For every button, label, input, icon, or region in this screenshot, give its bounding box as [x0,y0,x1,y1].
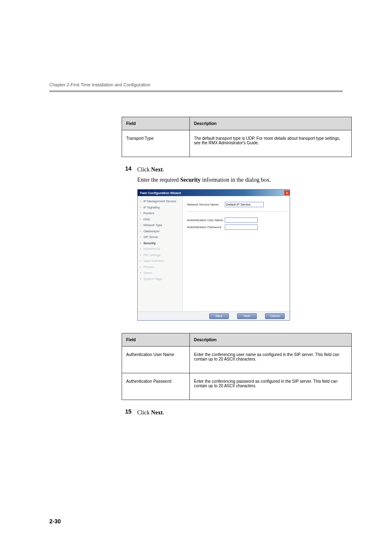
chapter-header: Chapter 2-First Time Installation and Co… [49,82,343,87]
cell-field: Authentication User Name [122,347,190,373]
page-number: 2-30 [49,518,61,525]
cell-description: Enter the conferencing password as confi… [190,373,352,400]
auth-password-input[interactable] [225,224,258,230]
network-service-name-row: Network Service Name: [187,202,286,207]
cell-description: The default transport type is UDP. For m… [190,130,352,157]
step-15: 15 Click Next. [122,408,343,417]
text: . [163,166,164,173]
th-field: Field [122,333,190,347]
table-row: Authentication User Name Enter the confe… [122,347,352,373]
network-service-name-input[interactable] [225,202,264,207]
cell-field: Authentication Password [122,373,190,400]
next-button[interactable]: Next [237,313,257,319]
wizard-step-routers[interactable]: Routers [139,210,181,217]
th-description: Description [190,117,352,130]
step-14: 14 Click Next. [122,165,343,174]
wizard-step-ip-signaling[interactable]: IP Signaling [139,205,181,211]
back-button[interactable]: Back [209,313,229,319]
wizard-step-pri-settings: PRI Settings [139,252,181,259]
text: Click [137,409,151,416]
sip-transport-table: Field Description Transport Type The def… [122,117,352,157]
step-number: 14 [122,165,131,174]
header-rule [49,90,343,92]
text: . [163,409,164,416]
network-service-name-label: Network Service Name: [187,203,225,206]
cell-field: Transport Type [122,130,190,157]
wizard-step-spans: Spans [139,270,181,276]
dialog-titlebar[interactable]: Fast Configuration Wizard × [138,190,290,196]
bold-next: Next [151,409,163,416]
close-button[interactable]: × [284,190,290,195]
wizard-step-dns[interactable]: DNS [139,217,181,223]
step-14-description: Enter the required Security information … [137,177,343,183]
wizard-step-security[interactable]: Security [139,240,181,247]
auth-password-label: Authentication Password: [187,225,225,229]
auth-user-row: Authentication User Name: [187,217,286,223]
table-row: Authentication Password Enter the confer… [122,373,352,400]
wizard-form-panel: Network Service Name: Authentication Use… [183,196,290,311]
table-header-row: Field Description [122,333,352,347]
cancel-button[interactable]: Cancel [265,313,285,319]
wizard-step-ip-management-service[interactable]: IP Management Service [139,199,181,205]
text: information in the dialog box. [201,177,271,183]
security-fields-table: Field Description Authentication User Na… [122,333,352,400]
text: Click [137,166,151,173]
wizard-step-phones: Phones [139,264,181,271]
bold-security: Security [180,177,201,183]
wizard-step-gatekeeper[interactable]: Gatekeeper [139,229,181,235]
fast-configuration-wizard-dialog: Fast Configuration Wizard × IP Managemen… [137,189,290,321]
wizard-step-network-type[interactable]: Network Type [139,222,181,229]
auth-password-row: Authentication Password: [187,224,286,230]
cell-description: Enter the conferencing user name as conf… [190,347,352,373]
wizard-footer: Back Next Cancel [138,311,290,320]
table-row: Transport Type The default transport typ… [122,130,352,157]
auth-user-input[interactable] [225,217,258,223]
wizard-step-system-flags: System Flags [139,276,181,282]
bold-next: Next [151,166,163,173]
dialog-body: IP Management ServiceIP SignalingRouters… [138,196,290,311]
form-separator [187,211,286,212]
th-description: Description [190,333,352,347]
text: Enter the required [137,177,180,183]
wizard-step-sidebar: IP Management ServiceIP SignalingRouters… [138,196,183,311]
wizard-step-sip-server[interactable]: SIP Server [139,234,181,240]
step-action: Click Next. [137,408,164,417]
table-header-row: Field Description [122,117,352,130]
auth-user-label: Authentication User Name: [187,218,225,222]
wizard-step-span-definition: Span Definition [139,258,181,264]
wizard-step-isdn-pstn: ISDN/PSTN [139,246,181,252]
step-action: Click Next. [137,165,164,174]
dialog-title: Fast Configuration Wizard [140,191,181,195]
close-icon: × [286,191,288,195]
th-field: Field [122,117,190,130]
step-number: 15 [122,408,131,417]
